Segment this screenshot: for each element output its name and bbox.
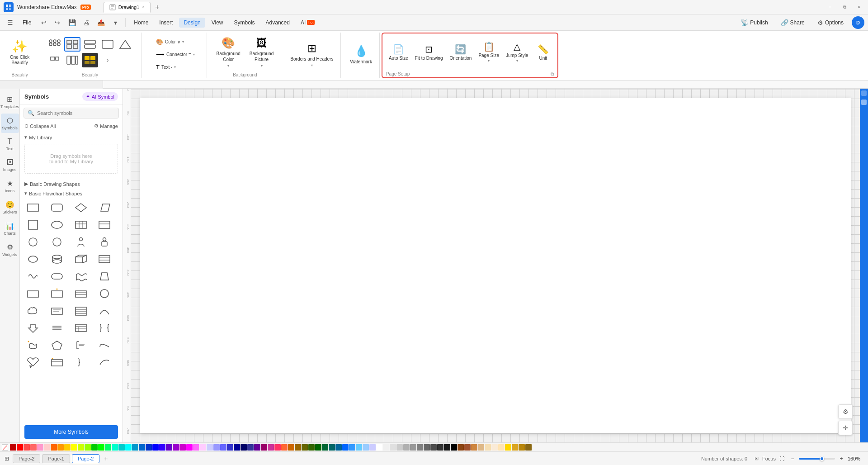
shape-half-circle[interactable] <box>96 337 113 353</box>
shape-box-lines[interactable] <box>72 320 90 336</box>
color-swatch[interactable] <box>78 444 84 451</box>
color-swatch[interactable] <box>349 444 355 451</box>
color-swatch[interactable] <box>179 444 186 451</box>
shape-note-lines[interactable] <box>72 303 90 318</box>
color-swatch[interactable] <box>417 444 423 451</box>
color-swatch[interactable] <box>17 444 23 451</box>
drawing-tab[interactable]: Drawing1 × <box>104 2 151 13</box>
beautify-style-6[interactable] <box>82 53 98 67</box>
save-button[interactable]: 💾 <box>66 16 78 29</box>
move-float-button[interactable]: ✛ <box>838 421 853 435</box>
shape-curve[interactable] <box>96 355 113 370</box>
color-swatch[interactable] <box>512 444 518 451</box>
shape-squiggle[interactable] <box>24 269 42 284</box>
color-swatch[interactable] <box>363 444 369 451</box>
shape-arc[interactable] <box>96 303 113 318</box>
color-swatch[interactable] <box>132 444 138 451</box>
more-undo[interactable]: ▾ <box>109 16 122 29</box>
color-swatch[interactable] <box>410 444 416 451</box>
color-swatch[interactable] <box>166 444 172 451</box>
canvas-area[interactable]: ⚙ ✛ <box>131 89 860 442</box>
shape-bracket-text[interactable] <box>72 337 90 353</box>
fit-to-drawing-button[interactable]: ⊡ Fit to Drawing <box>412 42 446 62</box>
color-swatch[interactable] <box>118 444 125 451</box>
color-swatch[interactable] <box>57 444 64 451</box>
color-swatch[interactable] <box>44 444 50 451</box>
color-swatch[interactable] <box>451 444 457 451</box>
shape-trapezoid[interactable] <box>96 269 113 284</box>
page-size-button[interactable]: 📋 Page Size ▾ <box>476 39 502 65</box>
color-swatch[interactable] <box>37 444 43 451</box>
beautify-style-5[interactable] <box>64 53 80 67</box>
color-swatch[interactable] <box>186 444 193 451</box>
shape-rect-with-text[interactable] <box>48 303 66 318</box>
fit-page-button[interactable]: ⊡ <box>755 456 759 461</box>
shape-rectangle-rounded[interactable] <box>48 200 66 215</box>
shape-rectangle-outline[interactable] <box>24 200 42 215</box>
color-swatch[interactable] <box>125 444 132 451</box>
add-tab-button[interactable]: + <box>152 2 162 12</box>
shape-curly-bracket-right[interactable] <box>72 355 90 370</box>
color-swatch[interactable] <box>376 444 382 451</box>
canvas-page[interactable] <box>140 98 851 433</box>
color-swatch[interactable] <box>424 444 430 451</box>
zoom-in-button[interactable]: + <box>837 454 846 463</box>
color-swatch[interactable] <box>173 444 179 451</box>
search-input[interactable] <box>37 110 115 116</box>
shape-square-outline[interactable] <box>24 217 42 232</box>
shape-table[interactable] <box>72 217 90 232</box>
sidebar-images[interactable]: 🖼 Images <box>1 156 19 175</box>
color-swatch[interactable] <box>30 444 37 451</box>
color-swatch[interactable] <box>234 444 240 451</box>
minimize-button[interactable]: − <box>825 2 835 13</box>
menu-view[interactable]: View <box>207 18 228 28</box>
export-button[interactable]: 📤 <box>94 16 107 29</box>
color-swatch[interactable] <box>268 444 274 451</box>
color-button[interactable]: 🎨 Color ∨ ▾ <box>153 37 198 47</box>
color-swatch[interactable] <box>51 444 57 451</box>
print-button[interactable]: 🖨 <box>80 16 93 29</box>
tab-close[interactable]: × <box>142 5 145 9</box>
shape-circle-filled[interactable] <box>48 234 66 250</box>
redo-button[interactable]: ↪ <box>51 16 64 29</box>
color-swatch[interactable] <box>288 444 294 451</box>
color-swatch[interactable] <box>64 444 71 451</box>
color-swatch[interactable] <box>254 444 260 451</box>
color-swatch[interactable] <box>458 444 464 451</box>
sidebar-icons[interactable]: ★ Icons <box>1 176 19 196</box>
color-swatch[interactable] <box>241 444 247 451</box>
color-swatch[interactable] <box>227 444 233 451</box>
background-picture-button[interactable]: 🖼 BackgroundPicture ▾ <box>246 35 277 69</box>
color-swatch[interactable] <box>295 444 301 451</box>
zoom-out-button[interactable]: − <box>788 454 797 463</box>
shape-box-3d[interactable] <box>72 251 90 267</box>
color-swatch[interactable] <box>207 444 213 451</box>
color-swatch[interactable] <box>71 444 77 451</box>
sidebar-toggle[interactable]: ☰ <box>4 16 16 29</box>
color-swatch[interactable] <box>213 444 220 451</box>
color-swatch[interactable] <box>247 444 254 451</box>
page-tab-2-active[interactable]: Page-2 <box>72 454 99 463</box>
shape-rect-with-handles[interactable] <box>48 286 66 301</box>
color-swatch[interactable] <box>112 444 118 451</box>
shape-heart[interactable] <box>24 355 42 370</box>
sidebar-symbols[interactable]: ⬡ Symbols <box>1 114 19 133</box>
color-swatch[interactable] <box>498 444 505 451</box>
beautify-style-2[interactable] <box>64 37 80 52</box>
shape-lines-ref[interactable] <box>48 320 66 336</box>
color-swatch[interactable] <box>335 444 342 451</box>
color-swatch[interactable] <box>444 444 450 451</box>
color-swatch[interactable] <box>105 444 111 451</box>
menu-insert[interactable]: Insert <box>155 18 177 28</box>
color-swatch[interactable] <box>464 444 471 451</box>
close-button[interactable]: × <box>854 2 864 13</box>
options-button[interactable]: ⚙ Options <box>813 17 848 28</box>
color-swatch[interactable] <box>505 444 511 451</box>
color-swatch[interactable] <box>369 444 376 451</box>
color-swatch[interactable] <box>281 444 288 451</box>
color-swatch[interactable] <box>485 444 491 451</box>
publish-button[interactable]: 📡 Publish <box>736 17 772 28</box>
page-setup-expand[interactable]: ⧉ <box>551 71 554 77</box>
menu-file[interactable]: File <box>18 18 36 28</box>
no-fill-swatch[interactable] <box>2 444 8 451</box>
